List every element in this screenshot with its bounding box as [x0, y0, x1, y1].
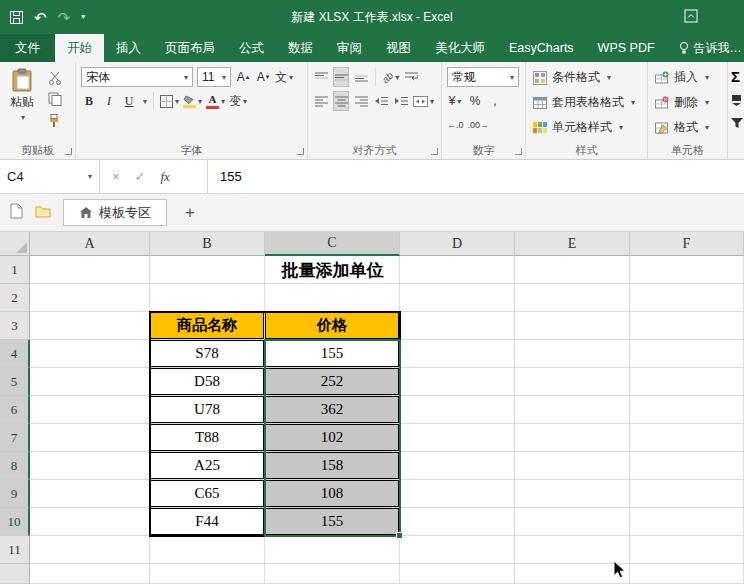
tab-formulas[interactable]: 公式 — [227, 34, 276, 62]
paste-button[interactable]: 粘贴 ▾ — [3, 65, 41, 137]
phonetic-guide-button[interactable]: 文▾ — [275, 67, 293, 87]
cell-D7[interactable] — [400, 424, 515, 452]
cell-A6[interactable] — [30, 396, 150, 424]
cell-E6[interactable] — [515, 396, 630, 424]
row-header-10[interactable]: 10 — [0, 508, 30, 536]
align-left-button[interactable] — [313, 91, 329, 111]
cell-C10[interactable]: 155 — [265, 508, 400, 536]
row-header-3[interactable]: 3 — [0, 312, 30, 340]
cell-E3[interactable] — [515, 312, 630, 340]
cell-B11[interactable] — [150, 536, 265, 564]
cell-B9[interactable]: C65 — [150, 480, 265, 508]
row-header-2[interactable]: 2 — [0, 284, 30, 312]
alignment-dialog-launcher[interactable] — [431, 148, 438, 155]
increase-decimal-button[interactable]: ←.0 — [447, 115, 464, 135]
bottom-align-button[interactable] — [353, 67, 369, 87]
cell-F7[interactable] — [630, 424, 744, 452]
tab-easycharts[interactable]: EasyCharts — [497, 34, 586, 62]
name-box-dropdown-icon[interactable]: ▾ — [88, 172, 92, 181]
name-box[interactable]: C4 ▾ — [0, 160, 100, 193]
cell-B5[interactable]: D58 — [150, 368, 265, 396]
row-header-5[interactable]: 5 — [0, 368, 30, 396]
cell-B12[interactable] — [150, 564, 265, 584]
font-color-button[interactable]: A▾ — [206, 91, 225, 111]
cell-F2[interactable] — [630, 284, 744, 312]
increase-indent-button[interactable] — [393, 91, 409, 111]
new-file-icon[interactable] — [10, 203, 23, 222]
cell-F1[interactable] — [630, 256, 744, 284]
cell-D9[interactable] — [400, 480, 515, 508]
font-dialog-launcher[interactable] — [297, 148, 304, 155]
row-header-9[interactable]: 9 — [0, 480, 30, 508]
wrap-text-button[interactable] — [403, 67, 419, 87]
align-center-button[interactable] — [333, 91, 349, 111]
cell-F9[interactable] — [630, 480, 744, 508]
cell-D6[interactable] — [400, 396, 515, 424]
orientation-button[interactable]: ab▾ — [382, 67, 399, 87]
column-header-A[interactable]: A — [30, 232, 150, 256]
font-name-select[interactable]: 宋体▾ — [81, 67, 193, 87]
cell-C11[interactable] — [265, 536, 400, 564]
cell-D5[interactable] — [400, 368, 515, 396]
cell-E9[interactable] — [515, 480, 630, 508]
autosum-icon[interactable]: Σ — [731, 68, 740, 85]
number-dialog-launcher[interactable] — [515, 148, 522, 155]
row-header-11[interactable]: 11 — [0, 536, 30, 564]
cell-A12[interactable] — [30, 564, 150, 584]
cell-C1[interactable] — [265, 256, 400, 284]
cell-E7[interactable] — [515, 424, 630, 452]
cell-B10[interactable]: F44 — [150, 508, 265, 536]
decrease-font-size-button[interactable]: A▾ — [255, 67, 271, 87]
fill-color-button[interactable]: ▾ — [183, 91, 202, 111]
cell-A4[interactable] — [30, 340, 150, 368]
open-folder-icon[interactable] — [35, 205, 51, 221]
middle-align-button[interactable] — [333, 67, 349, 87]
cell-E12[interactable] — [515, 564, 630, 584]
cell-E8[interactable] — [515, 452, 630, 480]
format-painter-button[interactable] — [48, 114, 62, 128]
cell-F4[interactable] — [630, 340, 744, 368]
cell-B2[interactable] — [150, 284, 265, 312]
row-header-8[interactable]: 8 — [0, 452, 30, 480]
cell-A10[interactable] — [30, 508, 150, 536]
cell-C8[interactable]: 158 — [265, 452, 400, 480]
cell-D10[interactable] — [400, 508, 515, 536]
number-format-select[interactable]: 常规▾ — [447, 67, 519, 87]
tab-data[interactable]: 数据 — [276, 34, 325, 62]
top-align-button[interactable] — [313, 67, 329, 87]
cell-D11[interactable] — [400, 536, 515, 564]
fill-handle[interactable] — [396, 532, 403, 539]
accounting-format-button[interactable]: ¥▾ — [447, 91, 463, 111]
cut-button[interactable] — [48, 71, 62, 85]
phonetic-settings-button[interactable]: 变▾ — [229, 91, 247, 111]
cell-D2[interactable] — [400, 284, 515, 312]
insert-cells-button[interactable]: 插入▾ — [651, 65, 725, 90]
cell-A1[interactable] — [30, 256, 150, 284]
cell-A5[interactable] — [30, 368, 150, 396]
undo-button[interactable]: ↶ — [34, 10, 47, 25]
cell-F5[interactable] — [630, 368, 744, 396]
clipboard-dialog-launcher[interactable] — [65, 148, 72, 155]
bold-button[interactable]: B — [81, 91, 97, 111]
row-header-6[interactable]: 6 — [0, 396, 30, 424]
row-header-7[interactable]: 7 — [0, 424, 30, 452]
row-header-1[interactable]: 1 — [0, 256, 30, 284]
cell-B7[interactable]: T88 — [150, 424, 265, 452]
customize-qat-icon[interactable]: ▾ — [81, 13, 85, 21]
format-cells-button[interactable]: 格式▾ — [651, 115, 725, 140]
tab-wps-pdf[interactable]: WPS PDF — [586, 34, 667, 62]
comma-style-button[interactable]: , — [487, 91, 503, 111]
cell-A3[interactable] — [30, 312, 150, 340]
tab-view[interactable]: 视图 — [374, 34, 423, 62]
cell-C3[interactable]: 价格 — [265, 312, 400, 340]
row-header-4[interactable]: 4 — [0, 340, 30, 368]
column-header-C[interactable]: C — [265, 232, 400, 256]
cell-C4[interactable]: 155 — [265, 340, 400, 368]
cell-C7[interactable]: 102 — [265, 424, 400, 452]
borders-button[interactable]: ▾ — [160, 91, 179, 111]
cell-C12[interactable] — [265, 564, 400, 584]
cell-D4[interactable] — [400, 340, 515, 368]
cell-B4[interactable]: S78 — [150, 340, 265, 368]
cell-B8[interactable]: A25 — [150, 452, 265, 480]
cancel-icon[interactable]: × — [112, 169, 120, 184]
